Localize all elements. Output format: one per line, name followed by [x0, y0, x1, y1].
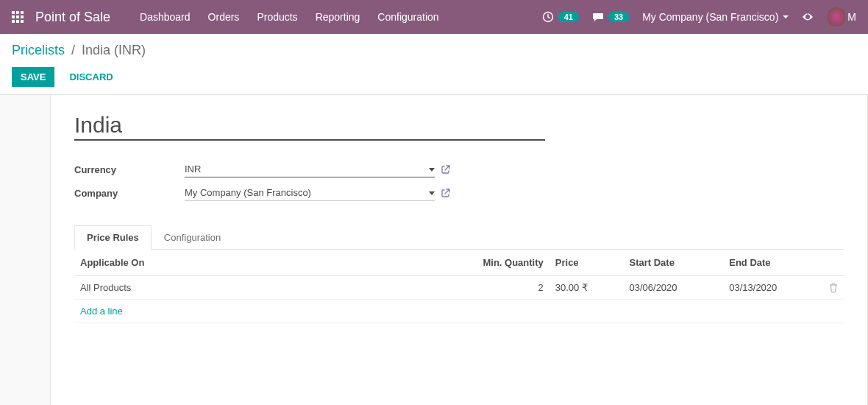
cell-applicable-on[interactable]: All Products [74, 276, 428, 300]
col-min-qty[interactable]: Min. Quantity [428, 250, 549, 276]
col-start-date[interactable]: Start Date [624, 250, 724, 276]
cell-end-date[interactable]: 03/13/2020 [723, 276, 823, 300]
cell-start-date[interactable]: 03/06/2020 [624, 276, 724, 300]
form-sheet: Currency Company Price Rules Configura [50, 95, 868, 405]
messages-badge: 33 [608, 12, 629, 22]
company-name: My Company (San Francisco) [642, 11, 778, 23]
breadcrumb-separator: / [71, 43, 75, 57]
external-link-icon[interactable] [441, 164, 451, 175]
messages-indicator[interactable]: 33 [592, 11, 629, 23]
breadcrumb: Pricelists / India (INR) [12, 43, 856, 58]
clock-icon [542, 11, 554, 23]
main-menu: Dashboard Orders Products Reporting Conf… [140, 11, 542, 23]
top-navbar: Point of Sale Dashboard Orders Products … [0, 0, 868, 34]
currency-field-row: Currency [74, 161, 844, 177]
col-applicable-on[interactable]: Applicable On [74, 250, 428, 276]
tab-price-rules[interactable]: Price Rules [74, 225, 152, 250]
notebook-tabs: Price Rules Configuration [74, 225, 844, 250]
currency-label: Currency [74, 164, 185, 175]
form-background: Currency Company Price Rules Configura [0, 95, 868, 405]
breadcrumb-parent[interactable]: Pricelists [12, 43, 65, 57]
company-label: Company [74, 188, 185, 199]
discard-button[interactable]: Discard [60, 67, 121, 87]
cell-price[interactable]: 30.00 ₹ [549, 276, 624, 300]
apps-icon[interactable] [12, 11, 24, 23]
app-brand[interactable]: Point of Sale [35, 10, 110, 25]
activity-indicator[interactable]: 41 [542, 11, 579, 23]
avatar [827, 7, 846, 27]
control-panel: Pricelists / India (INR) Save Discard [0, 34, 868, 95]
add-line-row: Add a line [74, 300, 844, 323]
company-switcher[interactable]: My Company (San Francisco) [642, 11, 789, 23]
menu-products[interactable]: Products [257, 11, 297, 23]
delete-row-icon[interactable] [823, 276, 844, 300]
external-link-icon[interactable] [441, 188, 451, 198]
navbar-right: 41 33 My Company (San Francisco) M [542, 7, 856, 27]
cell-min-qty[interactable]: 2 [428, 276, 549, 300]
menu-reporting[interactable]: Reporting [316, 11, 360, 23]
menu-dashboard[interactable]: Dashboard [140, 11, 191, 23]
price-rules-table: Applicable On Min. Quantity Price Start … [74, 250, 844, 323]
developer-tools-icon[interactable] [802, 11, 814, 23]
company-field-row: Company [74, 185, 844, 201]
col-end-date[interactable]: End Date [723, 250, 823, 276]
table-row[interactable]: All Products 2 30.00 ₹ 03/06/2020 03/13/… [74, 276, 844, 300]
menu-orders[interactable]: Orders [208, 11, 240, 23]
user-initial: M [847, 11, 856, 23]
add-line-button[interactable]: Add a line [80, 306, 123, 317]
user-menu[interactable]: M [827, 7, 856, 27]
col-price[interactable]: Price [549, 250, 624, 276]
activity-badge: 41 [558, 12, 579, 22]
chevron-down-icon [783, 15, 789, 18]
action-buttons: Save Discard [12, 67, 856, 94]
pricelist-name-input[interactable] [74, 113, 545, 141]
tab-configuration[interactable]: Configuration [152, 225, 233, 250]
breadcrumb-current: India (INR) [82, 43, 146, 57]
menu-configuration[interactable]: Configuration [377, 11, 438, 23]
save-button[interactable]: Save [12, 67, 54, 87]
chat-icon [592, 11, 604, 23]
currency-input[interactable] [185, 161, 435, 177]
company-input[interactable] [185, 185, 435, 201]
